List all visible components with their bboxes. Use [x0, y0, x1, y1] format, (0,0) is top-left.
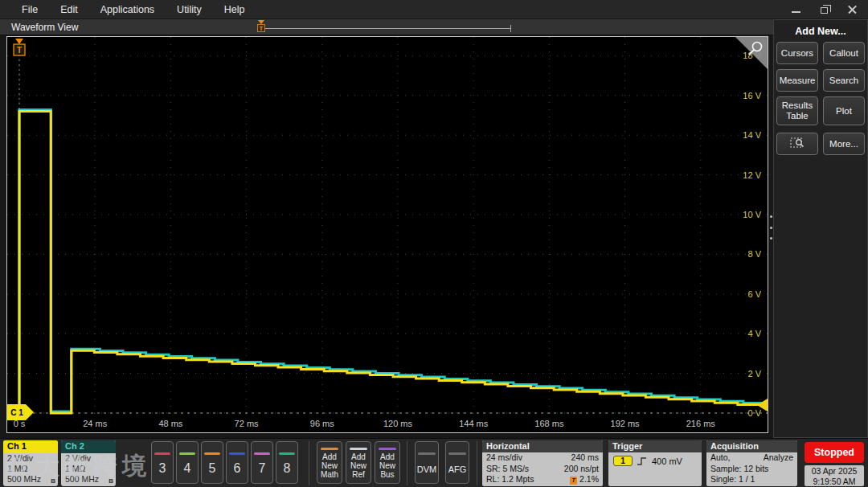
- resolution: 200 ns/pt: [564, 464, 599, 475]
- trigger-marker-label: T: [17, 46, 22, 55]
- add-new-bus-button[interactable]: AddNewBus: [375, 441, 400, 484]
- trigger-position-marker[interactable]: T: [257, 20, 266, 36]
- time-tick-label: 168 ms: [534, 419, 564, 428]
- channel-bandwidth: 500 MHzB: [61, 474, 116, 485]
- ch1-trace: [8, 112, 768, 413]
- time-label: 9:19:50 AM: [805, 477, 864, 487]
- horizontal-position-scrollbar[interactable]: T: [259, 25, 511, 32]
- channel-badge-ch2[interactable]: Ch 22 V/div1 MΩ500 MHzB: [61, 440, 116, 486]
- channel-8-button[interactable]: 8: [276, 441, 298, 484]
- channel-4-button[interactable]: 4: [176, 441, 199, 484]
- bandwidth-limit-icon: B: [51, 476, 55, 486]
- menu-file[interactable]: File: [22, 4, 38, 15]
- restore-down-icon[interactable]: [821, 7, 828, 14]
- acquisition-mode: Auto,: [710, 452, 764, 464]
- menu-bar: FileEditApplicationsUtilityHelp: [0, 0, 868, 19]
- date-label: 03 Apr 2025: [805, 466, 864, 477]
- run-stop-button[interactable]: Stopped: [805, 442, 864, 463]
- voltage-tick-label: 4 V: [747, 329, 761, 338]
- minimize-icon[interactable]: [792, 11, 800, 13]
- trigger-position-percent: 2.1%: [579, 474, 599, 484]
- menu-utility[interactable]: Utility: [177, 4, 202, 15]
- scrollbar-track[interactable]: [260, 28, 510, 29]
- channel-color-stripe: [279, 452, 295, 455]
- channel-number: 4: [177, 461, 198, 476]
- waveform-view-title[interactable]: Waveform View: [11, 22, 78, 33]
- button-label-line: New: [375, 461, 399, 470]
- trigger-position-t-icon: T: [257, 24, 265, 32]
- sample-rate: SR: 5 MS/s: [486, 464, 564, 475]
- add-new-callout-button[interactable]: Callout: [823, 42, 865, 64]
- channel-scale: 2 V/div: [61, 453, 116, 464]
- rising-edge-icon: [637, 456, 648, 466]
- button-label-line: New: [317, 461, 342, 470]
- channel-scale: 2 V/div: [3, 453, 58, 464]
- add-new-panel: Add New... CursorsCalloutMeasureSearchRe…: [773, 19, 868, 438]
- zoom-box-button[interactable]: [776, 133, 818, 155]
- more-button[interactable]: More...: [823, 133, 865, 155]
- menu-edit[interactable]: Edit: [60, 4, 78, 15]
- button-label-line: Add: [375, 452, 399, 461]
- voltage-tick-label: 6 V: [747, 289, 761, 299]
- add-new-search-button[interactable]: Search: [823, 69, 865, 92]
- waveform-display[interactable]: 18 V16 V14 V12 V10 V8 V6 V4 V2 V0 V0 s24…: [6, 36, 768, 433]
- voltage-tick-label: 14 V: [743, 130, 761, 140]
- button-color-stripe: [379, 448, 396, 450]
- menu-items: FileEditApplicationsUtilityHelp: [0, 4, 256, 15]
- channel-7-button[interactable]: 7: [251, 441, 273, 484]
- add-new-results-table-button[interactable]: Results Table: [776, 96, 818, 125]
- channel-impedance: 1 MΩ: [61, 464, 116, 474]
- time-tick-label: 48 ms: [158, 419, 182, 428]
- voltage-tick-label: 16 V: [743, 91, 761, 100]
- button-label: AFG: [446, 464, 469, 474]
- channel-3-button[interactable]: 3: [151, 441, 174, 484]
- add-new-button-grid: CursorsCalloutMeasureSearchResults Table…: [774, 42, 867, 125]
- channel-6-button[interactable]: 6: [226, 441, 248, 484]
- record-length: RL: 1.2 Mpts: [486, 474, 570, 485]
- window-controls: [792, 5, 857, 14]
- settings-bar: Ch 12 V/div1 MΩ500 MHzBCh 22 V/div1 MΩ50…: [0, 438, 868, 487]
- add-new-cursors-button[interactable]: Cursors: [776, 42, 818, 64]
- channel-impedance: 1 MΩ: [3, 464, 58, 474]
- button-label-line: Add: [317, 452, 342, 461]
- button-color-stripe: [350, 448, 367, 450]
- add-new-measure-button[interactable]: Measure: [776, 69, 818, 92]
- horizontal-panel-title: Horizontal: [482, 440, 603, 452]
- trigger-panel[interactable]: Trigger 1 400 mV: [608, 440, 702, 486]
- divider: [309, 441, 309, 485]
- acquisition-analyze: Analyze: [764, 452, 793, 464]
- channel-5-button[interactable]: 5: [201, 441, 223, 484]
- add-new-ref-button[interactable]: AddNewRef: [346, 441, 371, 484]
- trigger-panel-title: Trigger: [608, 440, 702, 452]
- acquisition-panel-title: Acquisition: [706, 440, 797, 452]
- instrument-button-strip: DVMAFG: [415, 441, 469, 484]
- add-new-math-button[interactable]: AddNewMath: [317, 441, 342, 484]
- channel-badge-ch1[interactable]: Ch 12 V/div1 MΩ500 MHzB: [3, 440, 58, 486]
- trigger-source-badge: 1: [613, 456, 633, 466]
- button-color-stripe: [418, 452, 436, 455]
- afg-button[interactable]: AFG: [445, 441, 469, 484]
- time-tick-label: 120 ms: [383, 419, 413, 428]
- acquisition-panel[interactable]: Acquisition Auto,Analyze Sample: 12 bits…: [706, 440, 797, 486]
- time-tick-label: 192 ms: [611, 419, 641, 428]
- trigger-marker-triangle-icon[interactable]: [15, 39, 23, 44]
- acquisition-single: Single: 1 / 1: [710, 474, 793, 485]
- horizontal-panel[interactable]: Horizontal 24 ms/div240 ms SR: 5 MS/s200…: [482, 440, 603, 486]
- ch2-trace: [8, 110, 768, 411]
- voltage-tick-label: 8 V: [747, 249, 761, 259]
- add-new-plot-button[interactable]: Plot: [823, 96, 865, 125]
- bandwidth-limit-icon: B: [108, 476, 113, 486]
- button-label-line: Math: [317, 470, 342, 479]
- menu-applications[interactable]: Applications: [100, 4, 154, 15]
- dvm-button[interactable]: DVM: [415, 441, 439, 484]
- acquisition-sample: Sample: 12 bits: [710, 464, 793, 475]
- channel-color-stripe: [229, 452, 245, 455]
- voltage-tick-label: 12 V: [743, 170, 761, 180]
- button-label-line: Bus: [375, 470, 399, 479]
- close-icon[interactable]: [848, 5, 857, 14]
- menu-help[interactable]: Help: [224, 4, 245, 15]
- oscilloscope-app: FileEditApplicationsUtilityHelp Waveform…: [0, 0, 868, 487]
- channel-number: 8: [276, 461, 297, 476]
- time-tick-label: 144 ms: [459, 419, 489, 428]
- channel-number: 5: [202, 461, 223, 476]
